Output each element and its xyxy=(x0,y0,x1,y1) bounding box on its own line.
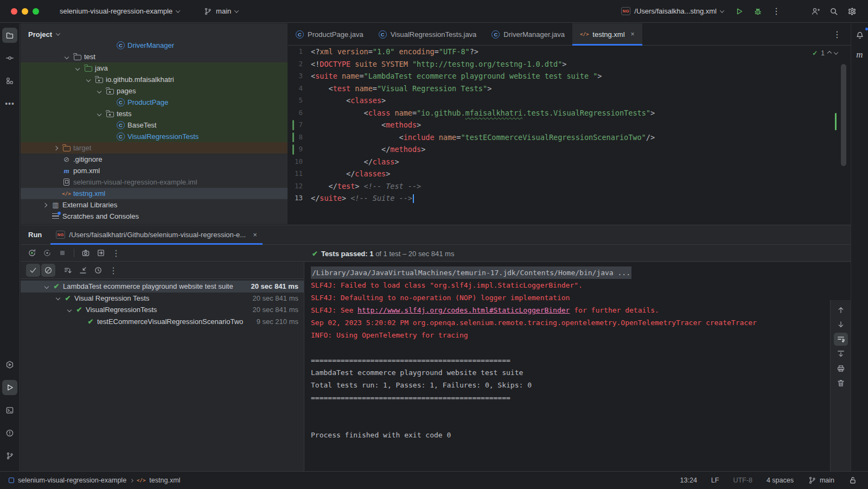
line-number[interactable]: 10 xyxy=(288,156,311,168)
chevron-down-icon[interactable] xyxy=(834,50,838,54)
editor-tab-drivermanager-java[interactable]: CDriverManager.java xyxy=(484,23,572,45)
sort-by-duration-button[interactable] xyxy=(61,264,75,277)
run-button[interactable] xyxy=(731,3,748,20)
editor-tab-testng-xml[interactable]: </>testng.xml× xyxy=(572,23,642,45)
run-console[interactable]: /Library/Java/JavaVirtualMachines/temuri… xyxy=(304,262,851,471)
stop-button[interactable] xyxy=(55,246,69,259)
editor-tab-options-button[interactable]: ⋮ xyxy=(829,27,845,43)
screenshot-button[interactable] xyxy=(79,246,93,259)
caret-position-widget[interactable]: 13:24 xyxy=(680,477,697,484)
test-node-testecommercevisualregressionscenariotwo[interactable]: ✔testECommerceVisualRegressionScenarioTw… xyxy=(21,316,304,328)
maven-tool-button[interactable]: m xyxy=(856,49,863,60)
commit-tool-button[interactable] xyxy=(2,50,17,66)
more-tools-button[interactable]: ••• xyxy=(2,96,17,111)
chevron-down-icon[interactable] xyxy=(86,77,91,81)
chevron-down-icon[interactable] xyxy=(56,296,60,300)
editor-tab-visualregressiontests-java[interactable]: CVisualRegressionTests.java xyxy=(371,23,484,45)
run-tool-button[interactable] xyxy=(2,380,17,395)
tree-item-scratches-and-consoles[interactable]: Scratches and Consoles xyxy=(21,211,288,222)
chevron-down-icon[interactable] xyxy=(44,284,49,289)
close-icon[interactable]: × xyxy=(631,30,635,38)
test-more-options-button[interactable]: ⋮ xyxy=(106,264,120,277)
line-number[interactable]: 8 xyxy=(288,131,311,144)
tree-item-tests[interactable]: tests xyxy=(21,108,288,119)
rerun-failed-button[interactable] xyxy=(40,246,54,259)
minimize-window-button[interactable] xyxy=(22,8,28,15)
tree-item-visualregressiontests[interactable]: CVisualRegressionTests xyxy=(21,131,288,142)
chevron-down-icon[interactable] xyxy=(67,308,72,312)
tree-item-test[interactable]: test xyxy=(21,51,288,62)
test-node-visualregressiontests[interactable]: ✔VisualRegressionTests20 sec 841 ms xyxy=(21,304,304,316)
debug-button[interactable] xyxy=(750,3,766,20)
code-with-me-button[interactable] xyxy=(807,3,824,20)
console-link[interactable]: http://www.slf4j.org/codes.html#StaticLo… xyxy=(358,306,570,314)
readonly-toggle[interactable] xyxy=(848,476,857,485)
line-number[interactable]: 9 xyxy=(288,143,311,156)
project-selector[interactable]: selenium-visual-regression-example xyxy=(54,4,185,18)
inspection-widget[interactable]: ✓ 1 xyxy=(812,49,838,57)
dump-threads-button[interactable] xyxy=(94,246,108,259)
show-ignored-toggle[interactable] xyxy=(41,264,55,277)
test-node-visual-regression-tests[interactable]: ✔Visual Regression Tests20 sec 841 ms xyxy=(21,293,304,304)
editor-scrollbar[interactable] xyxy=(841,64,846,166)
structure-tool-button[interactable] xyxy=(2,73,17,88)
services-tool-button[interactable] xyxy=(2,357,17,372)
chevron-down-icon[interactable] xyxy=(97,88,101,93)
breadcrumb-file[interactable]: testng.xml xyxy=(149,477,180,484)
show-passed-toggle[interactable] xyxy=(26,264,40,277)
print-button[interactable] xyxy=(834,362,848,375)
line-number[interactable]: 13 xyxy=(288,192,311,205)
test-history-button[interactable] xyxy=(91,264,105,277)
line-ending-widget[interactable]: LF xyxy=(711,477,719,484)
clear-console-button[interactable] xyxy=(834,377,848,390)
settings-button[interactable] xyxy=(844,3,860,20)
error-stripe-mark[interactable] xyxy=(835,113,837,130)
line-number[interactable]: 11 xyxy=(288,168,311,180)
encoding-widget[interactable]: UTF-8 xyxy=(733,477,752,484)
chevron-up-icon[interactable] xyxy=(827,51,832,55)
scroll-down-button[interactable] xyxy=(834,318,848,331)
fullscreen-window-button[interactable] xyxy=(33,8,39,15)
chevron-down-icon[interactable] xyxy=(97,111,101,116)
git-tool-button[interactable] xyxy=(2,448,17,463)
branch-widget[interactable]: main xyxy=(808,476,834,485)
scroll-to-end-button[interactable] xyxy=(834,347,848,360)
notifications-button[interactable] xyxy=(852,28,867,43)
tree-item-basetest[interactable]: CBaseTest xyxy=(21,119,288,131)
chevron-right-icon[interactable] xyxy=(54,145,58,150)
code-editor[interactable]: ✓ 1 1<?xml version="1.0" encoding="UTF-8… xyxy=(288,46,851,224)
branch-selector[interactable]: main xyxy=(198,4,244,18)
tree-item-target[interactable]: target xyxy=(21,142,288,154)
chevron-down-icon[interactable] xyxy=(65,54,69,59)
tree-item-selenium-visual-regression-example-iml[interactable]: selenium-visual-regression-example.iml xyxy=(21,176,288,188)
line-number[interactable]: 6 xyxy=(288,107,311,119)
problems-tool-button[interactable] xyxy=(2,426,17,441)
editor-tab-productpage-java[interactable]: CProductPage.java xyxy=(288,23,371,45)
terminal-tool-button[interactable] xyxy=(2,403,17,418)
run-more-options-button[interactable]: ⋮ xyxy=(109,246,123,259)
navigate-test-button[interactable] xyxy=(76,264,90,277)
line-number[interactable]: 5 xyxy=(288,94,311,107)
line-number[interactable]: 4 xyxy=(288,82,311,95)
run-tab[interactable]: NG /Users/faisalkhatri/Github/selenium-v… xyxy=(50,225,262,245)
project-tool-button[interactable] xyxy=(2,28,17,43)
tree-item-productpage[interactable]: CProductPage xyxy=(21,97,288,108)
run-configuration-selector[interactable]: NG /Users/faisalkha...stng.xml xyxy=(616,4,729,18)
tree-item-pom-xml[interactable]: mpom.xml xyxy=(21,165,288,176)
line-number[interactable]: 12 xyxy=(288,180,311,193)
scroll-up-button[interactable] xyxy=(834,303,848,316)
tree-item-drivermanager[interactable]: CDriverManager xyxy=(21,40,288,51)
indent-widget[interactable]: 4 spaces xyxy=(767,477,794,484)
chevron-down-icon[interactable] xyxy=(75,66,80,70)
tree-item-java[interactable]: java xyxy=(21,62,288,74)
search-everywhere-button[interactable] xyxy=(826,3,842,20)
rerun-button[interactable] xyxy=(25,246,39,259)
tree-item-gitignore[interactable]: ⊘.gitignore xyxy=(21,154,288,165)
chevron-right-icon[interactable] xyxy=(43,202,47,207)
breadcrumb-module[interactable]: selenium-visual-regression-example xyxy=(18,477,126,484)
line-number[interactable]: 3 xyxy=(288,70,311,82)
line-number[interactable]: 2 xyxy=(288,58,311,71)
test-node-lambdatest-ecommerce-playground-website-[interactable]: ✔LambdaTest ecommerce playground website… xyxy=(21,281,304,293)
line-number[interactable]: 7 xyxy=(288,119,311,131)
tree-item-io-github-mfaisalkhatri[interactable]: io.github.mfaisalkhatri xyxy=(21,74,288,85)
